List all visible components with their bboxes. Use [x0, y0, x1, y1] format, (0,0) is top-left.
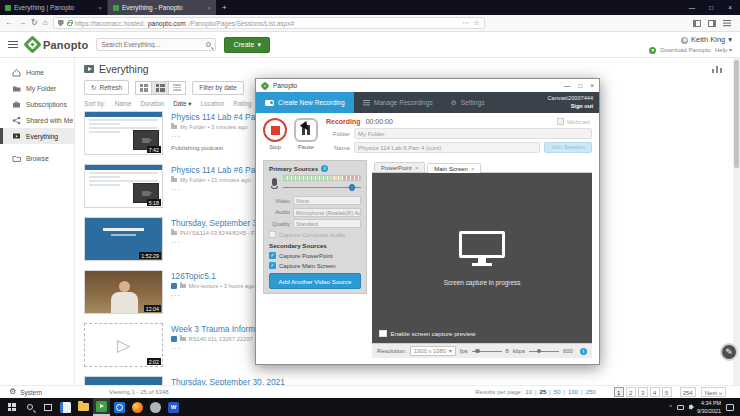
sidebar-item-subscriptions[interactable]: Subscriptions: [0, 96, 74, 112]
capture-main-screen-checkbox[interactable]: ✓: [269, 262, 276, 269]
help-link[interactable]: Help ▾: [715, 46, 732, 55]
compact-list-view-button[interactable]: [169, 81, 186, 95]
fps-slider[interactable]: [472, 347, 502, 355]
panopto-logo[interactable]: Panopto: [26, 38, 88, 51]
slider-knob[interactable]: [349, 184, 356, 191]
network-icon[interactable]: [677, 405, 684, 410]
sidebar-item-shared-with-me[interactable]: Shared with Me: [0, 112, 74, 128]
window-minimize-button[interactable]: —: [682, 4, 703, 11]
recorder-title-bar[interactable]: Panopto — □ ×: [256, 79, 599, 92]
tab-manage-recordings[interactable]: Manage Recordings: [354, 92, 442, 113]
sign-out-link[interactable]: Sign out: [548, 102, 593, 110]
sidebar-item-everything[interactable]: Everything: [0, 128, 74, 144]
close-icon[interactable]: ×: [415, 165, 419, 171]
taskbar-app-media-tool[interactable]: [147, 398, 164, 416]
info-icon[interactable]: i: [580, 348, 587, 355]
new-tab-button[interactable]: +: [216, 0, 233, 15]
search-box[interactable]: [96, 38, 216, 51]
hamburger-menu-icon[interactable]: [8, 41, 18, 43]
taskbar-app-file-explorer[interactable]: [75, 398, 92, 416]
bookmark-star-icon[interactable]: ☆: [474, 19, 480, 27]
capture-computer-audio-checkbox[interactable]: [269, 231, 276, 238]
forward-button[interactable]: →: [18, 19, 26, 27]
resolution-select[interactable]: 1920 x 1080 ▾: [410, 346, 456, 356]
taskbar-app-panopto-active[interactable]: [93, 398, 110, 416]
window-maximize-button[interactable]: □: [702, 4, 720, 11]
browser-tab-1[interactable]: Everything | Panopto ×: [0, 0, 108, 15]
filter-by-date-button[interactable]: Filter by date: [192, 81, 244, 95]
slider-knob[interactable]: [537, 349, 542, 354]
folder-field[interactable]: My Folder: [354, 128, 592, 139]
window-close-button[interactable]: ×: [720, 4, 740, 11]
kbps-slider[interactable]: [529, 347, 559, 355]
video-select[interactable]: None: [293, 196, 361, 205]
search-icon[interactable]: [206, 42, 211, 47]
browser-tab-2-active[interactable]: Everything - Panopto ×: [108, 0, 216, 15]
results-option-25-active[interactable]: 25: [540, 389, 547, 395]
pause-button[interactable]: [294, 118, 318, 142]
tab-settings[interactable]: ⚙ Settings: [442, 92, 494, 113]
sidebar-item-my-folder[interactable]: My Folder: [0, 80, 74, 96]
page-4[interactable]: 4: [650, 387, 660, 397]
sort-location[interactable]: Location: [201, 100, 225, 107]
page-last[interactable]: 254: [680, 387, 696, 397]
close-icon[interactable]: ×: [471, 166, 475, 172]
slider-knob[interactable]: [475, 349, 480, 354]
tray-expand-icon[interactable]: ^: [669, 404, 672, 410]
preview-tab-main-screen[interactable]: Main Screen ×: [427, 163, 481, 173]
add-video-source-button[interactable]: Add Another Video Source: [269, 273, 361, 289]
reload-button[interactable]: ↻: [31, 19, 38, 27]
page-actions-icon[interactable]: ⋯: [462, 19, 469, 27]
user-menu[interactable]: Keith King ▾: [649, 34, 732, 45]
session-title-link[interactable]: 126Topic5.1: [171, 271, 254, 281]
results-option-50[interactable]: 50: [554, 389, 561, 395]
page-3[interactable]: 3: [638, 387, 648, 397]
taskbar-clock[interactable]: 4:34 PM 9/30/2021: [697, 399, 721, 415]
shield-icon[interactable]: [58, 20, 64, 27]
sidebar-item-system[interactable]: ⚙ System: [0, 388, 75, 396]
sort-duration[interactable]: Duration: [141, 100, 165, 107]
volume-icon[interactable]: [689, 405, 692, 409]
lock-icon[interactable]: [67, 22, 72, 26]
sidebar-item-home[interactable]: Home: [0, 64, 74, 80]
session-context-menu[interactable]: ···: [171, 292, 254, 299]
sidebars-icon[interactable]: [708, 20, 716, 27]
page-scrollbar[interactable]: [733, 58, 740, 385]
library-icon[interactable]: [693, 20, 701, 27]
session-name-field[interactable]: Physics 114 Lab 6 Part 4 (cont): [354, 142, 540, 153]
info-icon[interactable]: i: [321, 165, 328, 172]
taskbar-app-firefox[interactable]: [129, 398, 146, 416]
menu-icon[interactable]: [723, 20, 731, 21]
refresh-button[interactable]: ↻ Refresh: [84, 80, 129, 95]
taskbar-app-outlook[interactable]: [111, 398, 128, 416]
task-view-button[interactable]: [39, 398, 56, 416]
sort-rating[interactable]: Rating: [233, 100, 251, 107]
preview-tab-powerpoint[interactable]: PowerPoint ×: [374, 162, 425, 172]
webcast-checkbox[interactable]: [557, 118, 564, 125]
download-panopto-link[interactable]: Download Panopto: [660, 46, 711, 55]
capture-powerpoint-checkbox[interactable]: ✓: [269, 252, 276, 259]
sort-name[interactable]: Name: [115, 100, 132, 107]
action-center-icon[interactable]: [726, 404, 734, 411]
join-session-button[interactable]: Join Session: [544, 142, 592, 153]
sort-date-active[interactable]: Date ▾: [173, 100, 191, 107]
session-thumbnail[interactable]: 1:52:29: [84, 217, 163, 261]
results-option-100[interactable]: 100: [568, 389, 578, 395]
address-bar[interactable]: https://tacomacc.hosted.panopto.com/Pano…: [53, 17, 485, 29]
create-button[interactable]: Create ▾: [224, 37, 270, 53]
tab-create-new-recording[interactable]: Create New Recording: [256, 92, 354, 113]
home-button[interactable]: ⌂: [43, 19, 48, 27]
page-5[interactable]: 5: [662, 387, 672, 397]
scrollbar-thumb[interactable]: [734, 60, 739, 168]
start-button[interactable]: [3, 398, 20, 416]
session-thumbnail[interactable]: 7:42: [84, 111, 163, 155]
taskbar-search-button[interactable]: [21, 398, 38, 416]
tab-close-icon[interactable]: ×: [207, 5, 211, 11]
results-option-250[interactable]: 250: [586, 389, 596, 395]
feedback-pencil-fab[interactable]: ✎: [720, 343, 738, 361]
taskbar-app-word[interactable]: W: [165, 398, 182, 416]
back-button[interactable]: ←: [5, 19, 13, 27]
taskbar-app-sticky-notes[interactable]: [57, 398, 74, 416]
enable-preview-checkbox[interactable]: [379, 330, 387, 338]
session-thumbnail[interactable]: ▷ 2:02: [84, 323, 163, 367]
